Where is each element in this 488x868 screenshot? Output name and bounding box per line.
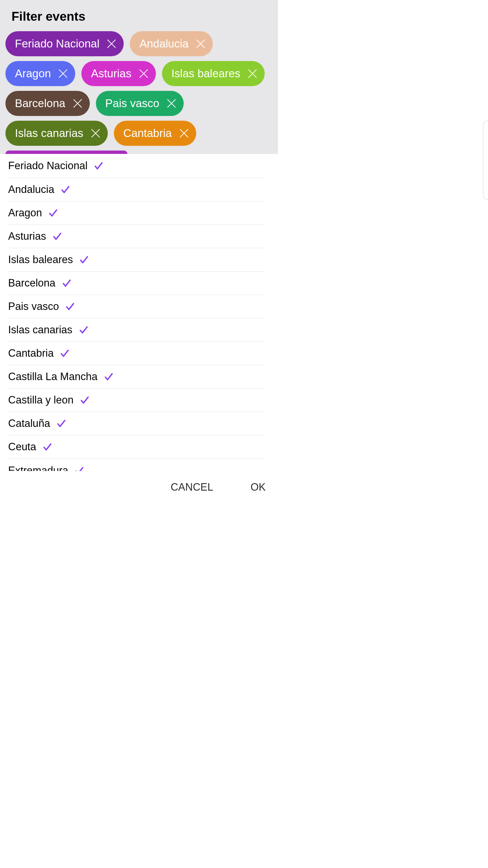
close-icon[interactable] [196, 39, 205, 48]
chip-label: Barcelona [15, 97, 65, 110]
check-icon [65, 301, 75, 312]
list-item-label: Castilla y leon [8, 394, 74, 406]
dialog-title: Filter events [12, 9, 272, 24]
chip-label: Aragon [15, 67, 51, 80]
chip[interactable]: Asturias [81, 61, 156, 86]
check-icon [80, 395, 90, 405]
close-icon[interactable] [73, 99, 82, 108]
filter-events-dialog: Filter events Feriado NacionalAndaluciaA… [0, 0, 278, 504]
list-item-label: Barcelona [8, 277, 56, 289]
list-item-label: Cantabria [8, 347, 54, 359]
chip-label: Islas baleares [171, 67, 241, 80]
list-item-label: Islas baleares [8, 254, 73, 266]
check-icon [79, 325, 89, 335]
check-icon [60, 184, 70, 195]
list-item[interactable]: Asturias [8, 225, 264, 248]
close-icon[interactable] [248, 69, 257, 78]
close-icon[interactable] [167, 99, 176, 108]
chip[interactable]: Islas baleares [162, 61, 265, 86]
options-list[interactable]: Feriado NacionalAndaluciaAragonAsturiasI… [0, 154, 278, 471]
list-item-label: Feriado Nacional [8, 160, 87, 172]
close-icon[interactable] [179, 129, 189, 138]
list-item-label: Pais vasco [8, 300, 59, 313]
chip[interactable]: Cantabria [114, 121, 196, 146]
chip-label: Cantabria [123, 127, 172, 140]
list-item[interactable]: Castilla y leon [8, 389, 264, 412]
list-item[interactable]: Feriado Nacional [8, 154, 264, 178]
check-icon [52, 231, 62, 241]
chip-label: Pais vasco [105, 97, 160, 110]
close-icon[interactable] [107, 39, 116, 48]
selected-chips: Feriado NacionalAndaluciaAragonAsturiasI… [5, 31, 272, 146]
chip-label: Andalucia [139, 37, 188, 50]
list-item-label: Cataluña [8, 417, 50, 430]
list-item[interactable]: Castilla La Mancha [8, 365, 264, 389]
chip-label: Islas canarias [15, 127, 83, 140]
list-item[interactable]: Andalucia [8, 178, 264, 201]
list-item-label: Castilla La Mancha [8, 371, 98, 383]
chip[interactable]: Feriado Nacional [5, 31, 124, 56]
list-item[interactable]: Ceuta [8, 435, 264, 459]
check-icon [56, 418, 66, 429]
list-item[interactable]: Cantabria [8, 342, 264, 365]
dialog-header: Filter events Feriado NacionalAndaluciaA… [0, 0, 278, 154]
close-icon[interactable] [58, 69, 68, 78]
check-icon [94, 161, 104, 171]
close-icon[interactable] [91, 129, 100, 138]
list-item[interactable]: Cataluña [8, 412, 264, 435]
chip[interactable]: Andalucia [130, 31, 213, 56]
chip[interactable]: Pais vasco [96, 91, 184, 116]
chip[interactable]: Barcelona [5, 91, 90, 116]
check-icon [104, 372, 114, 382]
list-item[interactable]: Barcelona [8, 272, 264, 295]
list-item-label: Andalucia [8, 183, 54, 196]
check-icon [79, 255, 89, 265]
cancel-button[interactable]: CANCEL [170, 481, 213, 493]
chip-label: Asturias [91, 67, 131, 80]
list-item[interactable]: Islas canarias [8, 318, 264, 342]
chip-partially-visible[interactable] [5, 151, 127, 154]
check-icon [62, 278, 72, 288]
list-item-label: Aragon [8, 207, 42, 219]
dialog-actions: CANCEL OK [0, 471, 278, 504]
close-icon[interactable] [139, 69, 148, 78]
list-item-label: Islas canarias [8, 324, 73, 336]
list-item-label: Asturias [8, 230, 46, 242]
check-icon [74, 466, 84, 471]
list-item-label: Extremadura [8, 465, 68, 471]
chip[interactable]: Aragon [5, 61, 75, 86]
chip-label: Feriado Nacional [15, 37, 99, 50]
check-icon [42, 442, 53, 452]
check-icon [60, 348, 70, 358]
list-item-label: Ceuta [8, 441, 36, 453]
list-item[interactable]: Islas baleares [8, 248, 264, 272]
list-item[interactable]: Aragon [8, 201, 264, 225]
chip[interactable]: Islas canarias [5, 121, 108, 146]
list-item[interactable]: Pais vasco [8, 295, 264, 318]
ok-button[interactable]: OK [250, 481, 266, 493]
list-item[interactable]: Extremadura [8, 459, 264, 471]
check-icon [48, 208, 58, 218]
